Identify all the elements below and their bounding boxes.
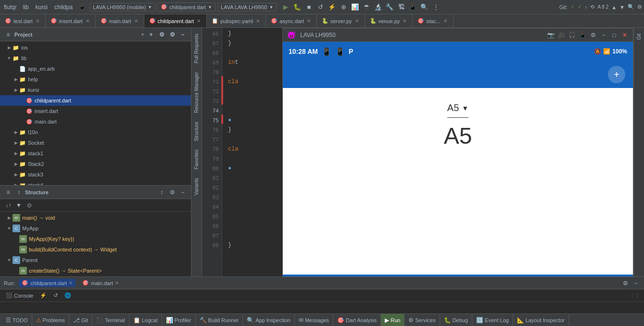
- sdk-button[interactable]: 🔧: [384, 2, 395, 13]
- reload-tab[interactable]: ↺: [51, 291, 60, 300]
- struct-item-build[interactable]: m build(BuildContext context) → Widget: [0, 244, 191, 255]
- status-event-log[interactable]: 🔢 Event Log: [472, 314, 513, 326]
- device-video-icon[interactable]: 🎥: [557, 31, 566, 39]
- side-tab-resource-manager[interactable]: Resource Manager: [192, 68, 201, 117]
- tab-stac[interactable]: 🎯 stac... ✕: [413, 14, 453, 28]
- device-headphone-icon[interactable]: 🎧: [568, 31, 576, 39]
- console-dots[interactable]: ⋮⋮: [630, 292, 640, 299]
- run-button[interactable]: ▶: [280, 2, 291, 13]
- device-minimize-icon[interactable]: −: [599, 31, 608, 39]
- stop-button[interactable]: ■: [303, 2, 314, 13]
- device-fab-button[interactable]: +: [608, 66, 625, 83]
- console-tab[interactable]: ⬛ Console: [4, 291, 35, 300]
- reload-button[interactable]: ↺: [315, 2, 326, 13]
- device-close-icon[interactable]: ✕: [620, 31, 629, 39]
- profile-button[interactable]: 📊: [350, 2, 360, 13]
- tree-item-stack4[interactable]: ▶ 📁 stack4: [0, 180, 191, 185]
- tab-close-test[interactable]: ✕: [35, 18, 40, 24]
- run-minimize-icon[interactable]: −: [631, 279, 640, 288]
- tab-close-insert[interactable]: ✕: [85, 18, 90, 24]
- flutter-tab[interactable]: ⚡: [38, 291, 49, 300]
- tab-close-venue[interactable]: ✕: [402, 18, 407, 24]
- tree-item-main[interactable]: 🎯 main.dart: [0, 116, 191, 127]
- run-tab-close-main[interactable]: ✕: [115, 280, 119, 286]
- right-tab-git[interactable]: Git: [635, 30, 643, 44]
- project-gear[interactable]: ⚙: [168, 30, 177, 39]
- menu-kursi[interactable]: kursi: [33, 4, 50, 11]
- tree-item-kursi[interactable]: ▶ 📁 kursi: [0, 85, 191, 95]
- tree-item-app-en[interactable]: 📄 app_en.arb: [0, 63, 191, 74]
- status-problems[interactable]: ⚠ Problems: [32, 314, 69, 326]
- struct-item-myapp[interactable]: ▼ C MyApp: [0, 223, 191, 234]
- side-tab-structure[interactable]: Structure: [192, 118, 201, 145]
- tab-async[interactable]: 🎯 async.dart ✕: [266, 14, 317, 28]
- menu-childpa[interactable]: childpa: [52, 4, 75, 11]
- project-add[interactable]: +: [147, 30, 155, 39]
- device-icon[interactable]: 📱: [407, 2, 418, 13]
- more-run[interactable]: ⚡: [327, 2, 337, 13]
- struct-item-parent[interactable]: ▼ C Parent: [0, 255, 191, 265]
- tree-item-help[interactable]: ▶ 📁 help: [0, 74, 191, 85]
- device2-selector[interactable]: LAVA LAVA LH9950 ▼: [217, 3, 277, 12]
- struct-sort-type[interactable]: ↕: [14, 188, 23, 197]
- device-selector[interactable]: LAVA LH9950 (mobile) ▼: [89, 3, 155, 12]
- tree-item-l10n[interactable]: ▶ 📁 l10n: [0, 127, 191, 138]
- device-maximize-icon[interactable]: □: [610, 31, 619, 39]
- status-profiler[interactable]: 📊 Profiler: [162, 314, 196, 326]
- status-build-runner[interactable]: 🔨 Build Runner: [196, 314, 243, 326]
- more1[interactable]: ⋮: [430, 2, 441, 13]
- tab-test[interactable]: 🎯 test.dart ✕: [0, 14, 46, 28]
- tab-close-server[interactable]: ✕: [354, 18, 360, 24]
- status-messages[interactable]: ✉ Messages: [295, 314, 333, 326]
- run-tab-main[interactable]: 🎯 main.dart ✕: [79, 279, 122, 287]
- device-settings-icon[interactable]: ⚙: [589, 31, 597, 39]
- side-tab-favorites[interactable]: Favorites: [192, 146, 201, 173]
- menu-lib[interactable]: lib: [21, 4, 31, 11]
- tree-item-stack1[interactable]: ▶ 📁 stack1: [0, 148, 191, 159]
- project-minimize[interactable]: −: [178, 30, 187, 39]
- status-app-inspection[interactable]: 🔍 App Inspection: [243, 314, 295, 326]
- status-todo[interactable]: ☰ TODO: [2, 314, 32, 326]
- project-collapse[interactable]: ≡: [4, 30, 13, 39]
- status-terminal[interactable]: ⬛ Terminal: [92, 314, 129, 326]
- tab-insert[interactable]: 🎯 insert.dart ✕: [46, 14, 96, 28]
- tab-close-stac[interactable]: ✕: [442, 18, 448, 24]
- status-logcat[interactable]: 📋 Logcat: [129, 314, 162, 326]
- inspect-button[interactable]: 🔍: [419, 2, 429, 13]
- struct-locate[interactable]: ⊙: [25, 201, 34, 210]
- run-tab-close-childparent[interactable]: ✕: [69, 280, 73, 286]
- tab-close-childparent[interactable]: ✕: [196, 18, 202, 24]
- struct-collapse-all[interactable]: ▼: [14, 201, 23, 210]
- project-settings-icon[interactable]: ⚙: [157, 30, 166, 39]
- device-camera-icon[interactable]: 📷: [546, 31, 555, 39]
- status-git[interactable]: ⎇ Git: [69, 314, 92, 326]
- tree-item-stack3[interactable]: ▶ 📁 stack3: [0, 169, 191, 180]
- attach-button[interactable]: ⊕: [338, 2, 349, 13]
- code-editor[interactable]: } } int cla ● } cla ● }: [222, 28, 282, 276]
- tab-close-main[interactable]: ✕: [133, 18, 139, 24]
- tab-pubspec[interactable]: 📋 pubspec.yaml ✕: [207, 14, 266, 28]
- status-layout-inspector[interactable]: 📐 Layout Inspector: [513, 314, 569, 326]
- file-selector[interactable]: 🎯 childparent.dart ▼: [157, 2, 215, 12]
- tab-server[interactable]: 🐍 server.py ✕: [317, 14, 365, 28]
- struct-expand-all[interactable]: ↓↑: [4, 201, 13, 210]
- status-debug[interactable]: 🐛 Debug: [440, 314, 472, 326]
- debug-button[interactable]: 🐛: [292, 2, 303, 13]
- device-phone-icon[interactable]: 📱: [578, 31, 587, 39]
- tab-close-pubspec[interactable]: ✕: [255, 18, 261, 24]
- tree-item-insert[interactable]: 🎯 insert.dart: [0, 106, 191, 116]
- struct-item-myapp-constructor[interactable]: m MyApp({Key? key}): [0, 234, 191, 244]
- status-services[interactable]: ⚙ Services: [404, 314, 440, 326]
- tree-item-socket[interactable]: ▶ 📁 Socket: [0, 138, 191, 148]
- analyze-button[interactable]: 🔬: [373, 2, 383, 13]
- device-dropdown[interactable]: A5 ▼: [447, 102, 468, 118]
- browser-tab[interactable]: 🌐: [63, 291, 73, 300]
- run-settings-icon[interactable]: ⚙: [621, 279, 630, 288]
- struct-item-createstate[interactable]: m createState() → State<Parent>: [0, 265, 191, 276]
- struct-minimize[interactable]: −: [178, 188, 187, 197]
- tree-item-ios[interactable]: ▶ 📁 ios: [0, 42, 191, 53]
- struct-filter[interactable]: ⚙: [168, 188, 177, 197]
- side-tab-variants[interactable]: Variants: [192, 174, 201, 199]
- struct-scroll-to[interactable]: ↕: [157, 188, 166, 197]
- status-dart-analysis[interactable]: 🎯 Dart Analysis: [333, 314, 381, 326]
